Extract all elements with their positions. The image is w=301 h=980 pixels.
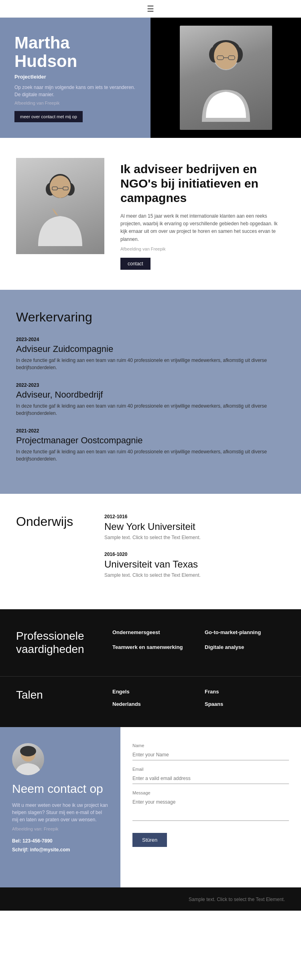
hero-section: MarthaHudson Projectleider Op zoek naar … xyxy=(0,18,301,138)
svg-point-16 xyxy=(20,746,36,756)
education-heading: Onderwijs xyxy=(16,514,88,529)
submit-button[interactable]: Stüren xyxy=(132,833,167,847)
education-left: Onderwijs xyxy=(16,514,88,589)
about-contact-button[interactable]: contact xyxy=(120,258,150,270)
exp-years: 2023-2024 xyxy=(16,337,285,342)
email-label: Email xyxy=(132,767,289,772)
footer-text: Sample text. Click to select the Text El… xyxy=(189,897,285,902)
experience-list: 2023-2024 Adviseur Zuidcompagnie In deze… xyxy=(16,337,285,463)
languages-grid: EngelsFransNederlandsSpaans xyxy=(112,689,285,707)
footer: Sample text. Click to select the Text El… xyxy=(0,887,301,911)
contact-email: Schrijf: info@mysite.com xyxy=(12,846,108,855)
contact-avatar-svg xyxy=(12,743,44,775)
about-text: Al meer dan 15 jaar werk ik met internat… xyxy=(120,212,285,243)
experience-item: 2021-2022 Projectmanager Oostcompagnie I… xyxy=(16,428,285,463)
edu-desc: Sample text. Click to select the Text El… xyxy=(104,535,285,540)
hero-photo xyxy=(180,26,272,130)
education-section: Onderwijs 2012-1016 New York Universitei… xyxy=(0,494,301,609)
hero-portrait-svg xyxy=(198,34,254,122)
contact-left-panel: Neem contact op Wilt u meer weten over h… xyxy=(0,727,120,887)
message-label: Message xyxy=(132,790,289,795)
exp-role: Adviseur Zuidcompagnie xyxy=(16,344,285,354)
skill-item: Digitale analyse xyxy=(205,644,285,651)
language-item: Spaans xyxy=(205,701,285,707)
contact-avatar xyxy=(12,743,44,775)
message-form-group: Message xyxy=(132,790,289,822)
hero-credit: Afbeelding van Freepik xyxy=(14,101,136,105)
contact-subtitle: Wilt u meer weten over hoe ik uw project… xyxy=(12,802,108,823)
contact-credit: Afbeelding van: Freepik xyxy=(12,826,108,831)
email-form-group: Email xyxy=(132,767,289,784)
about-content: Ik adviseer bedrijven en NGO's bij initi… xyxy=(120,158,285,270)
language-item: Nederlands xyxy=(112,701,193,707)
education-item: 2016-1020 Universiteit van Texas Sample … xyxy=(104,552,285,578)
contact-heading: Neem contact op xyxy=(12,782,108,796)
skill-item: Go-to-market-planning xyxy=(205,629,285,636)
exp-desc: In deze functie gaf ik leiding aan een t… xyxy=(16,357,285,371)
language-item: Frans xyxy=(205,689,285,695)
skills-left: Professionele vaardigheden xyxy=(16,629,96,656)
hero-right-panel xyxy=(150,18,301,138)
navbar: ☰ xyxy=(0,0,301,18)
edu-desc: Sample text. Click to select the Text El… xyxy=(104,572,285,578)
skills-section: Professionele vaardigheden Ondernemersge… xyxy=(0,609,301,676)
svg-point-4 xyxy=(214,42,238,69)
email-input[interactable] xyxy=(132,773,289,784)
about-photo xyxy=(16,158,104,254)
languages-left: Talen xyxy=(16,689,96,707)
about-portrait-svg xyxy=(32,166,88,246)
exp-role: Adviseur, Noordbedrijf xyxy=(16,390,285,400)
education-item: 2012-1016 New York Universiteit Sample t… xyxy=(104,514,285,540)
about-heading: Ik adviseer bedrijven en NGO's bij initi… xyxy=(120,162,285,205)
experience-heading: Werkervaring xyxy=(16,310,285,325)
name-input[interactable] xyxy=(132,750,289,760)
experience-item: 2022-2023 Adviseur, Noordbedrijf In deze… xyxy=(16,382,285,417)
education-list: 2012-1016 New York Universiteit Sample t… xyxy=(104,514,285,589)
exp-years: 2022-2023 xyxy=(16,382,285,388)
edu-years: 2016-1020 xyxy=(104,552,285,557)
hero-description: Op zoek naar mijn volgende kans om iets … xyxy=(14,84,136,98)
experience-item: 2023-2024 Adviseur Zuidcompagnie In deze… xyxy=(16,337,285,371)
languages-heading: Talen xyxy=(16,689,96,701)
exp-role: Projectmanager Oostcompagnie xyxy=(16,435,285,446)
language-item: Engels xyxy=(112,689,193,695)
hero-title: Projectleider xyxy=(14,74,136,80)
edu-school: New York Universiteit xyxy=(104,521,285,532)
experience-section: Werkervaring 2023-2024 Adviseur Zuidcomp… xyxy=(0,290,301,494)
exp-desc: In deze functie gaf ik leiding aan een t… xyxy=(16,448,285,463)
edu-school: Universiteit van Texas xyxy=(104,559,285,570)
hero-left-panel: MarthaHudson Projectleider Op zoek naar … xyxy=(0,18,150,138)
skills-heading: Professionele vaardigheden xyxy=(16,629,96,656)
about-section: Ik adviseer bedrijven en NGO's bij initi… xyxy=(0,138,301,290)
about-credit: Afbeelding van Freepik xyxy=(120,247,285,251)
hero-name: MarthaHudson xyxy=(14,34,136,71)
contact-phone: Bel: 123-456-7890 xyxy=(12,837,108,846)
exp-years: 2021-2022 xyxy=(16,428,285,434)
contact-section: Neem contact op Wilt u meer weten over h… xyxy=(0,727,301,887)
languages-section: Talen EngelsFransNederlandsSpaans xyxy=(0,676,301,727)
skill-item: Ondernemersgeest xyxy=(112,629,193,636)
name-form-group: Name xyxy=(132,743,289,760)
contact-form-panel: Name Email Message Stüren xyxy=(120,727,301,887)
name-label: Name xyxy=(132,743,289,748)
edu-years: 2012-1016 xyxy=(104,514,285,519)
hamburger-icon[interactable]: ☰ xyxy=(147,4,154,14)
skill-item: Teamwerk en samenwerking xyxy=(112,644,193,651)
skills-grid: OndernemersgeestGo-to-market-planningTea… xyxy=(112,629,285,656)
hero-cta-button[interactable]: meer over contact met mij op xyxy=(14,111,83,122)
exp-desc: In deze functie gaf ik leiding aan een t… xyxy=(16,402,285,417)
message-textarea[interactable] xyxy=(132,797,289,821)
